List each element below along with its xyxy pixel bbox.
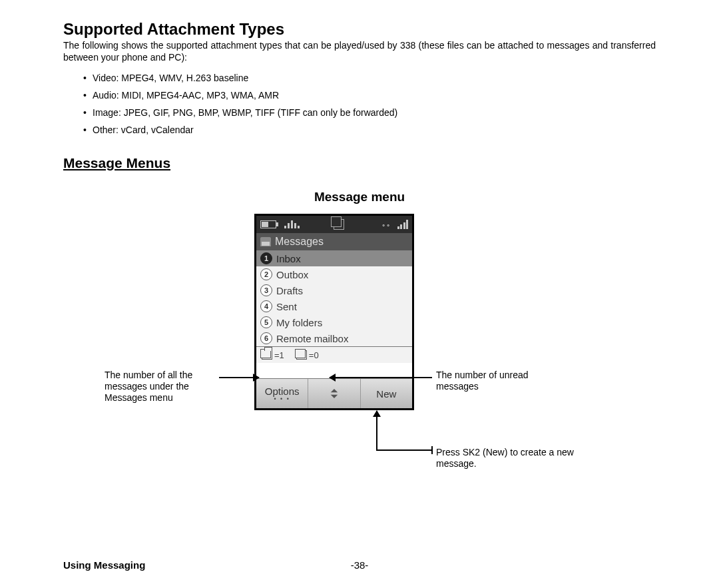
phone-count-bar: =1 =0: [256, 346, 412, 363]
manual-page: Supported Attachment Types The following…: [0, 0, 719, 588]
annotation-total-messages: The number of all the messages under the…: [105, 370, 218, 403]
phone-softkeys: Options • • • New: [256, 378, 412, 408]
svg-marker-1: [331, 395, 338, 398]
menu-item-sent[interactable]: 4 Sent: [256, 298, 412, 314]
attachment-types-list: Video: MPEG4, WMV, H.263 baseline Audio:…: [63, 73, 656, 135]
softkey-label: New: [376, 388, 396, 400]
menu-item-my-folders[interactable]: 5 My folders: [256, 314, 412, 330]
menu-item-label: My folders: [276, 317, 322, 328]
annotation-unread-messages: The number of unread messages: [436, 370, 569, 392]
menu-item-label: Inbox: [276, 253, 301, 264]
intro-paragraph: The following shows the supported attach…: [63, 40, 656, 63]
menu-item-label: Drafts: [276, 285, 303, 296]
signal-icon: [397, 220, 409, 229]
menu-item-number: 3: [260, 284, 272, 296]
annotation-press-sk2: Press SK2 (New) to create a new message.: [436, 447, 596, 469]
unread-messages-value: =0: [309, 350, 319, 360]
phone-screen-title-bar: Messages: [256, 233, 412, 250]
phone-screen-title: Messages: [275, 236, 324, 248]
svg-marker-0: [331, 389, 338, 392]
menu-item-number: 2: [260, 268, 272, 280]
menu-item-label: Sent: [276, 301, 297, 312]
total-messages-value: =1: [274, 350, 284, 360]
phone-status-bar: ∘∘: [256, 216, 412, 233]
softkey-new[interactable]: New: [360, 379, 412, 408]
connector-line: [376, 449, 432, 451]
list-item: Audio: MIDI, MPEG4-AAC, MP3, WMA, AMR: [83, 90, 656, 101]
page-footer: Using Messaging -38-: [63, 559, 656, 571]
battery-icon: [260, 220, 276, 228]
unread-messages-indicator: =0: [296, 350, 319, 360]
menu-item-number: 5: [260, 316, 272, 328]
list-item: Image: JPEG, GIF, PNG, BMP, WBMP, TIFF (…: [83, 107, 656, 118]
arrow-icon: [219, 377, 259, 378]
indicator-dots-icon: ∘∘: [381, 221, 391, 228]
arrow-icon: [330, 377, 432, 378]
options-dots-icon: • • •: [274, 396, 290, 402]
footer-section-name: Using Messaging: [63, 559, 351, 571]
total-messages-indicator: =1: [262, 350, 284, 360]
equalizer-icon: [284, 220, 300, 228]
menu-item-outbox[interactable]: 2 Outbox: [256, 266, 412, 282]
messages-icon: [260, 237, 271, 246]
phone-menu-list: 1 Inbox 2 Outbox 3 Drafts 4 Sent 5 My: [256, 250, 412, 346]
menu-item-label: Outbox: [276, 269, 308, 280]
menu-item-number: 1: [260, 252, 272, 264]
footer-page-number: -38-: [351, 559, 369, 571]
connector-tick: [431, 446, 433, 454]
windows-icon: [334, 219, 344, 230]
softkey-options[interactable]: Options • • •: [256, 379, 308, 408]
menu-item-inbox[interactable]: 1 Inbox: [256, 250, 412, 266]
heading-message-menus: Message Menus: [63, 155, 656, 171]
scroll-arrows-icon: [328, 389, 340, 398]
heading-supported-attachment-types: Supported Attachment Types: [63, 20, 656, 39]
menu-item-number: 6: [260, 332, 272, 344]
figure-caption: Message menu: [63, 190, 656, 204]
figure: ∘∘ Messages 1 Inbox 2 Outbox 3 Drafts: [63, 214, 656, 480]
list-item: Other: vCard, vCalendar: [83, 125, 656, 135]
arrow-icon: [376, 411, 377, 449]
menu-item-drafts[interactable]: 3 Drafts: [256, 282, 412, 298]
menu-item-remote-mailbox[interactable]: 6 Remote mailbox: [256, 330, 412, 346]
open-folder-icon: [262, 350, 272, 360]
list-item: Video: MPEG4, WMV, H.263 baseline: [83, 73, 656, 83]
menu-item-number: 4: [260, 300, 272, 312]
softkey-scroll[interactable]: [308, 379, 360, 408]
menu-item-label: Remote mailbox: [276, 333, 348, 344]
closed-folder-icon: [296, 350, 307, 360]
